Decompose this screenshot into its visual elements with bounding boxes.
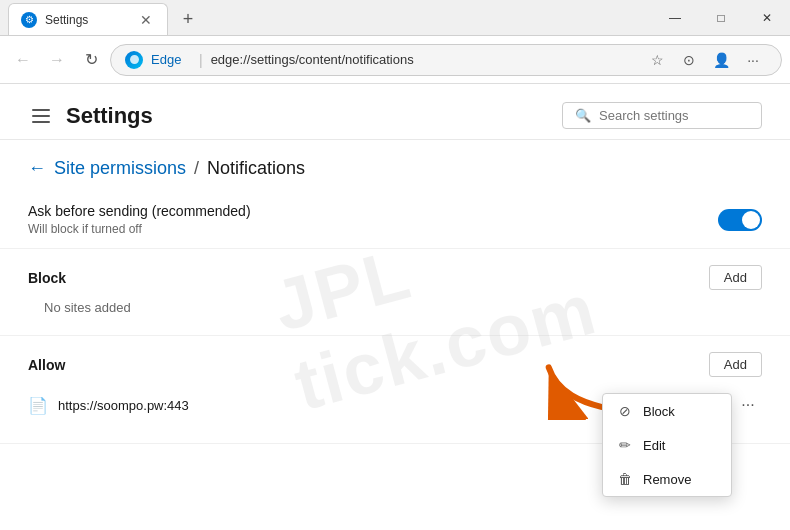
block-no-sites: No sites added [28, 296, 762, 319]
url-text: edge://settings/content/notifications [211, 52, 635, 67]
block-icon: ⊘ [617, 403, 633, 419]
block-section: Block Add No sites added [0, 249, 790, 336]
profile-button[interactable]: 👤 [707, 46, 735, 74]
search-settings-box[interactable]: 🔍 [562, 102, 762, 129]
window-controls: — □ ✕ [652, 0, 790, 35]
context-menu-edit-label: Edit [643, 438, 665, 453]
new-tab-button[interactable]: + [172, 3, 204, 35]
settings-title-area: Settings [28, 103, 153, 129]
breadcrumb: ← Site permissions / Notifications [0, 140, 790, 191]
brand-label: Edge [151, 52, 191, 67]
breadcrumb-separator: / [194, 158, 199, 179]
settings-title: Settings [66, 103, 153, 129]
address-bar: ← → ↻ Edge | edge://settings/content/not… [0, 36, 790, 84]
context-menu: ⊘ Block ✏ Edit 🗑 Remove [602, 393, 732, 497]
context-menu-remove[interactable]: 🗑 Remove [603, 462, 731, 496]
refresh-button[interactable]: ↻ [76, 45, 106, 75]
settings-header: Settings 🔍 [0, 84, 790, 140]
read-aloud-button[interactable]: ⊙ [675, 46, 703, 74]
hamburger-button[interactable] [28, 105, 54, 127]
block-section-header: Block Add [28, 265, 762, 290]
settings-tab-title: Settings [45, 13, 129, 27]
edit-icon: ✏ [617, 437, 633, 453]
hamburger-line-1 [32, 109, 50, 111]
toggle-label: Ask before sending (recommended) [28, 203, 251, 219]
site-more-button[interactable]: ··· [734, 391, 762, 419]
allow-section-header: Allow Add [28, 352, 762, 377]
settings-container: JPLtick.com Settings 🔍 ← Site permission… [0, 84, 790, 530]
toggle-description: Will block if turned off [28, 222, 251, 236]
toggle-label-area: Ask before sending (recommended) Will bl… [28, 203, 251, 236]
toggle-row: Ask before sending (recommended) Will bl… [28, 203, 762, 236]
hamburger-line-2 [32, 115, 50, 117]
trash-icon: 🗑 [617, 471, 633, 487]
breadcrumb-current: Notifications [207, 158, 305, 179]
title-bar: ⚙ Settings ✕ + — □ ✕ [0, 0, 790, 36]
address-separator: | [199, 52, 203, 68]
context-menu-block[interactable]: ⊘ Block [603, 394, 731, 428]
breadcrumb-back-button[interactable]: ← [28, 158, 46, 179]
tab-area: ⚙ Settings ✕ + [0, 0, 652, 35]
breadcrumb-parent-link[interactable]: Site permissions [54, 158, 186, 179]
tab-close-button[interactable]: ✕ [137, 11, 155, 29]
context-menu-block-label: Block [643, 404, 675, 419]
settings-tab-icon: ⚙ [21, 12, 37, 28]
close-button[interactable]: ✕ [744, 0, 790, 36]
favorites-button[interactable]: ☆ [643, 46, 671, 74]
maximize-button[interactable]: □ [698, 0, 744, 36]
back-button[interactable]: ← [8, 45, 38, 75]
allow-section: Allow Add 📄 https://soompo.pw:443 ··· ⊘ … [0, 336, 790, 444]
ask-before-sending-section: Ask before sending (recommended) Will bl… [0, 191, 790, 249]
context-menu-edit[interactable]: ✏ Edit [603, 428, 731, 462]
address-field[interactable]: Edge | edge://settings/content/notificat… [110, 44, 782, 76]
edge-logo-icon [125, 51, 143, 69]
forward-button[interactable]: → [42, 45, 72, 75]
allow-title: Allow [28, 357, 65, 373]
search-icon: 🔍 [575, 108, 591, 123]
block-title: Block [28, 270, 66, 286]
address-right-icons: ☆ ⊙ 👤 ··· [643, 46, 767, 74]
toggle-switch[interactable] [718, 209, 762, 231]
minimize-button[interactable]: — [652, 0, 698, 36]
context-menu-remove-label: Remove [643, 472, 691, 487]
hamburger-line-3 [32, 121, 50, 123]
block-add-button[interactable]: Add [709, 265, 762, 290]
site-entry: 📄 https://soompo.pw:443 ··· ⊘ Block ✏ Ed… [28, 383, 762, 427]
site-file-icon: 📄 [28, 396, 48, 415]
allow-add-button[interactable]: Add [709, 352, 762, 377]
main-content: JPLtick.com Settings 🔍 ← Site permission… [0, 84, 790, 530]
search-settings-input[interactable] [599, 108, 749, 123]
more-button[interactable]: ··· [739, 46, 767, 74]
settings-tab[interactable]: ⚙ Settings ✕ [8, 3, 168, 35]
